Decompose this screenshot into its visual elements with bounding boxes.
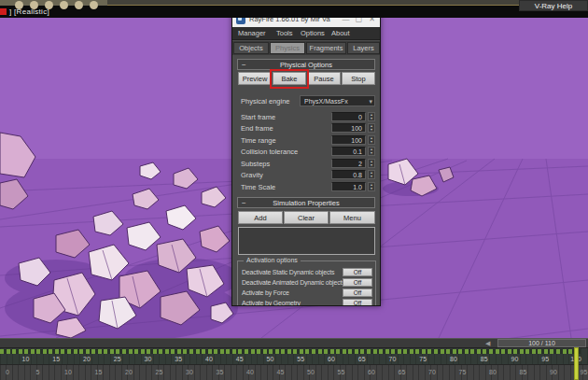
cached-frames-ticks xyxy=(0,349,581,354)
frame-label: 40 xyxy=(202,356,217,362)
frame-label: 75 xyxy=(415,356,430,362)
physical-engine-dropdown[interactable]: PhysX/MassFx ▾ xyxy=(300,95,375,106)
frame-label: 75 xyxy=(455,369,470,375)
chevron-down-icon: ▾ xyxy=(369,96,372,106)
current-frame-marker[interactable] xyxy=(574,347,579,380)
collapse-icon[interactable]: − xyxy=(242,60,246,70)
frame-label: 50 xyxy=(263,356,278,362)
time-range-field[interactable]: 100 xyxy=(331,135,366,145)
toolbar-button-icon[interactable] xyxy=(15,1,23,9)
toolbar-button-icon[interactable] xyxy=(30,1,38,9)
field-label-time-scale: Time Scale xyxy=(241,183,275,191)
spinner-control[interactable]: ▴▾ xyxy=(368,182,375,191)
rollout-title: Simulation Properties xyxy=(273,199,339,207)
red-highlight-box xyxy=(270,69,309,89)
toolbar-button-icon[interactable] xyxy=(60,1,68,9)
frame-label: 50 xyxy=(303,369,318,375)
frame-label: 70 xyxy=(425,369,440,375)
collision-tolerance-field[interactable]: 0.1 xyxy=(331,147,366,156)
track-bar-ruler[interactable]: 101520253035404550556065707580859095100 xyxy=(0,347,588,364)
field-label-time-range: Time range xyxy=(241,136,276,145)
gravity-field[interactable]: 0.8 xyxy=(331,170,366,179)
toolbar-button-icon[interactable] xyxy=(90,1,98,9)
deactivate-animated-toggle[interactable]: Off xyxy=(343,278,372,287)
dialog-tabs: Objects Physics Fragments Layers xyxy=(232,41,380,55)
pause-button[interactable]: Pause xyxy=(307,72,341,85)
frame-label: 45 xyxy=(273,369,288,375)
field-label-collision-tolerance: Collision tolerance xyxy=(241,148,298,156)
red-marker-icon xyxy=(0,8,7,15)
screenshot-root: ] [Realistic] V-Ray Help RayFire 1.66.01… xyxy=(0,0,588,380)
spinner-control[interactable]: ▴▾ xyxy=(368,147,375,156)
frame-label: 40 xyxy=(243,369,258,375)
field-label-substeps: Substeps xyxy=(241,160,270,168)
frame-label: 80 xyxy=(485,369,500,375)
frame-label: 0 xyxy=(0,369,15,375)
menu-item-vray-help[interactable]: V-Ray Help xyxy=(519,0,588,11)
frame-label: 45 xyxy=(232,356,247,362)
frame-label: 25 xyxy=(152,369,167,375)
act-label-deactivate-animated: Deactivate Animated Dynamic objects xyxy=(242,279,345,286)
frame-label: 35 xyxy=(213,369,228,375)
menu-options[interactable]: Options xyxy=(301,29,325,37)
act-label-activate-by-geometry: Activate by Geometry xyxy=(242,300,301,306)
frame-label: 85 xyxy=(516,369,531,375)
tab-physics[interactable]: Physics xyxy=(270,42,305,54)
tab-layers[interactable]: Layers xyxy=(347,42,380,54)
act-label-deactivate-static: Deactivate Static Dynamic objects xyxy=(242,269,334,275)
spinner-control[interactable]: ▴▾ xyxy=(368,170,375,179)
frame-label: 90 xyxy=(546,369,561,375)
rollout-title: Physical Options xyxy=(280,61,332,69)
menu-about[interactable]: About xyxy=(331,29,350,37)
field-label-end-frame: End frame xyxy=(241,124,273,133)
deactivate-static-toggle[interactable]: Off xyxy=(343,268,372,276)
end-frame-field[interactable]: 100 xyxy=(331,123,366,133)
tab-objects[interactable]: Objects xyxy=(233,42,269,54)
frame-label: 15 xyxy=(91,369,106,375)
stop-button[interactable]: Stop xyxy=(342,72,375,85)
time-scale-field[interactable]: 1.0 xyxy=(331,182,366,191)
spinner-control[interactable]: ▴▾ xyxy=(368,135,375,145)
timeline-ruler[interactable]: 05101520253035404550556065707580859095 xyxy=(0,364,588,380)
frame-label: 55 xyxy=(334,369,349,375)
menu-button[interactable]: Menu xyxy=(329,211,375,224)
time-slider-strip: ◀ 100 / 110 xyxy=(0,338,588,347)
engine-value: PhysX/MassFx xyxy=(304,98,348,105)
engine-label: Physical engine xyxy=(241,97,290,106)
rollout-simulation-properties[interactable]: − Simulation Properties xyxy=(237,197,375,208)
add-button[interactable]: Add xyxy=(238,211,283,224)
spinner-control[interactable]: ▴▾ xyxy=(368,112,375,121)
act-label-activate-by-force: Activate by Force xyxy=(242,289,289,296)
viewport-label-bar: ] [Realistic] xyxy=(0,6,588,18)
frame-label: 55 xyxy=(293,356,308,362)
activate-by-geometry-toggle[interactable]: Off xyxy=(343,299,372,306)
activate-by-force-toggle[interactable]: Off xyxy=(343,289,372,297)
toolbar-button-icon[interactable] xyxy=(45,1,53,9)
viewport-shading-label[interactable]: ] [Realistic] xyxy=(9,7,49,16)
field-label-start-frame: Start frame xyxy=(241,113,275,121)
preview-button[interactable]: Preview xyxy=(238,72,272,85)
spinner-control[interactable]: ▴▾ xyxy=(368,123,375,133)
field-label-gravity: Gravity xyxy=(241,171,263,179)
dialog-menubar: Manager Tools Options About xyxy=(232,27,380,40)
frame-label: 5 xyxy=(31,369,46,375)
slider-left-arrow-icon[interactable]: ◀ xyxy=(485,340,490,347)
start-frame-field[interactable]: 0 xyxy=(331,112,366,121)
substeps-field[interactable]: 2 xyxy=(331,159,366,168)
frame-label: 60 xyxy=(324,356,339,362)
main-toolbar-strip xyxy=(0,0,588,6)
tab-fragments[interactable]: Fragments xyxy=(306,42,346,54)
toolbar-button-icon[interactable] xyxy=(75,1,83,9)
spinner-control[interactable]: ▴▾ xyxy=(368,159,375,168)
frame-label: 10 xyxy=(19,356,34,362)
simulation-properties-list[interactable] xyxy=(238,227,375,255)
collapse-icon[interactable]: − xyxy=(242,198,246,208)
frame-label: 35 xyxy=(171,356,186,362)
menu-manager[interactable]: Manager xyxy=(238,29,266,37)
frame-label: 20 xyxy=(79,356,94,362)
frame-label: 80 xyxy=(446,356,461,362)
time-slider-button[interactable]: 100 / 110 xyxy=(497,339,586,347)
clear-button[interactable]: Clear xyxy=(284,211,329,224)
menu-tools[interactable]: Tools xyxy=(276,29,293,37)
frame-label: 30 xyxy=(182,369,197,375)
